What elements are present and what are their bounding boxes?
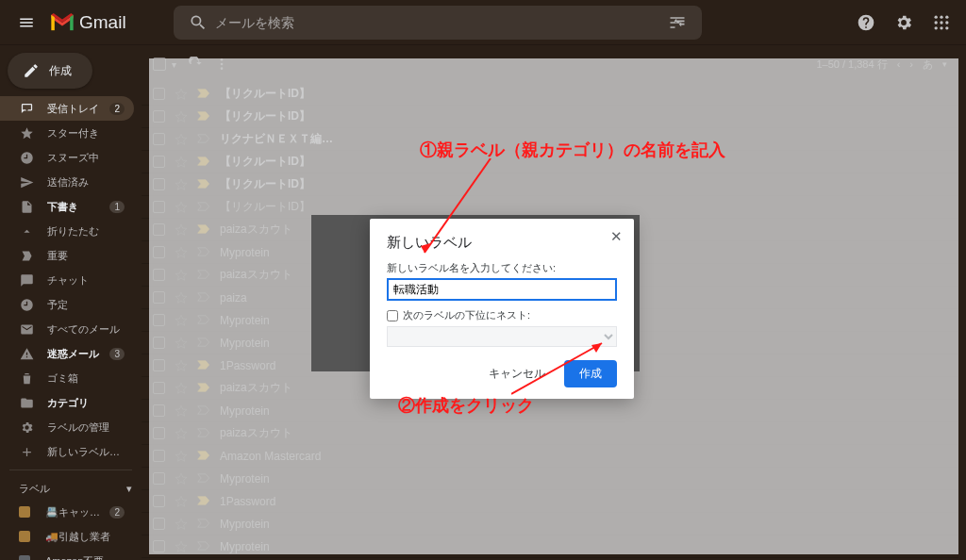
sidebar-item-label: 下書き (47, 200, 109, 214)
settings-button[interactable] (887, 6, 921, 40)
sidebar: 作成 受信トレイ2スター付きスヌーズ中送信済み下書き1折りたたむ重要チャット予定… (0, 45, 142, 560)
dialog-title: 新しいラベル (387, 234, 617, 252)
pencil-icon (23, 62, 40, 79)
help-icon (857, 13, 875, 32)
schedule-icon (19, 297, 34, 312)
snooze-icon (19, 150, 34, 165)
svg-point-3 (935, 21, 938, 24)
svg-point-4 (940, 21, 942, 24)
parent-label-select (387, 326, 617, 347)
sidebar-item-chat[interactable]: チャット (0, 268, 134, 292)
allmail-icon (19, 321, 34, 337)
search-bar[interactable] (174, 6, 702, 40)
inbox-icon (19, 101, 34, 116)
hamburger-menu-button[interactable] (8, 4, 45, 41)
create-button[interactable]: 作成 (564, 360, 617, 387)
sidebar-item-label: チャット (47, 273, 125, 288)
label-color-icon (19, 506, 30, 518)
labels-section-header[interactable]: ラベル ▾ (0, 476, 142, 500)
cancel-button[interactable]: キャンセル (479, 360, 555, 387)
sidebar-item-label: 新しいラベルを作成 (47, 445, 125, 459)
sidebar-item-label: カテゴリ (47, 396, 125, 410)
chevron-down-icon: ▾ (126, 483, 132, 495)
sidebar-item-important[interactable]: 重要 (0, 243, 134, 268)
apps-button[interactable] (924, 6, 958, 40)
sidebar-item-draft[interactable]: 下書き1 (0, 194, 134, 219)
sidebar-item-spam[interactable]: 迷惑メール3 (0, 341, 134, 366)
label-color-icon (19, 555, 30, 560)
sidebar-item-create[interactable]: 新しいラベルを作成 (0, 439, 134, 464)
search-input[interactable] (215, 15, 660, 30)
sidebar-label[interactable]: 📇キャッシュカード...2 (0, 500, 134, 524)
sidebar-item-schedule[interactable]: 予定 (0, 292, 134, 317)
sidebar-item-label: ラベルの管理 (47, 420, 125, 435)
sidebar-item-label: 折りたたむ (47, 224, 125, 239)
hamburger-icon (18, 14, 35, 31)
sidebar-item-label: ゴミ箱 (47, 371, 125, 386)
svg-point-6 (935, 26, 938, 29)
collapse-icon (19, 223, 34, 239)
label-name-input[interactable] (387, 278, 617, 301)
sidebar-item-label: スター付き (47, 126, 125, 140)
create-icon (19, 444, 34, 459)
sidebar-item-label: スヌーズ中 (47, 151, 125, 165)
sidebar-item-count: 1 (109, 201, 125, 213)
sidebar-item-label: 受信トレイ (47, 102, 109, 116)
sidebar-label-count: 2 (109, 506, 125, 519)
spam-icon (19, 346, 34, 361)
sidebar-item-label: 重要 (47, 249, 125, 263)
nest-label: 次のラベルの下位にネスト: (403, 308, 530, 322)
header-actions (849, 6, 958, 40)
sidebar-label-text: 🚚引越し業者 (45, 530, 125, 544)
dialog-prompt: 新しいラベル名を入力してください: (387, 261, 617, 275)
sidebar-item-inbox[interactable]: 受信トレイ2 (0, 96, 134, 121)
dialog-close-button[interactable]: ✕ (610, 228, 623, 245)
sidebar-item-manage[interactable]: ラベルの管理 (0, 415, 134, 439)
sidebar-item-collapse[interactable]: 折りたたむ (0, 219, 134, 243)
gear-icon (894, 13, 913, 32)
sidebar-divider (9, 469, 132, 470)
sidebar-item-star[interactable]: スター付き (0, 121, 134, 145)
new-label-dialog: ✕ 新しいラベル 新しいラベル名を入力してください: 次のラベルの下位にネスト:… (370, 219, 634, 399)
sidebar-item-allmail[interactable]: すべてのメール (0, 317, 134, 341)
gmail-logo[interactable]: Gmail (49, 12, 126, 33)
sidebar-label-text: Amazon不要 (45, 554, 125, 561)
category-icon (19, 395, 34, 410)
app-header: Gmail (0, 0, 966, 45)
sidebar-item-label: 送信済み (47, 175, 125, 189)
sidebar-item-trash[interactable]: ゴミ箱 (0, 366, 134, 390)
svg-point-8 (945, 26, 948, 29)
sidebar-item-label: 迷惑メール (47, 347, 109, 361)
svg-point-0 (935, 15, 938, 18)
svg-point-1 (940, 15, 942, 18)
nest-checkbox-row[interactable]: 次のラベルの下位にネスト: (387, 308, 617, 322)
sidebar-item-snooze[interactable]: スヌーズ中 (0, 145, 134, 170)
label-color-icon (19, 531, 30, 542)
chat-icon (19, 272, 34, 288)
svg-point-7 (940, 26, 942, 29)
sidebar-item-label: すべてのメール (47, 322, 125, 337)
manage-icon (19, 420, 34, 435)
tune-icon[interactable] (668, 13, 687, 32)
send-icon (19, 174, 34, 189)
sidebar-label-text: 📇キャッシュカード... (45, 505, 109, 519)
compose-button[interactable]: 作成 (8, 53, 92, 89)
nest-checkbox[interactable] (387, 310, 398, 321)
sidebar-item-send[interactable]: 送信済み (0, 170, 134, 194)
apps-grid-icon (932, 13, 951, 32)
sidebar-label[interactable]: 🚚引越し業者 (0, 524, 134, 549)
compose-label: 作成 (49, 63, 72, 79)
search-icon (189, 13, 208, 32)
star-icon (19, 125, 34, 140)
important-icon (19, 248, 34, 263)
labels-section-title: ラベル (19, 482, 50, 496)
sidebar-item-label: 予定 (47, 298, 125, 312)
sidebar-item-category[interactable]: カテゴリ (0, 390, 134, 415)
help-button[interactable] (849, 6, 883, 40)
sidebar-label[interactable]: Amazon不要 (0, 549, 134, 560)
draft-icon (19, 199, 34, 214)
gmail-logo-text: Gmail (79, 12, 126, 33)
svg-point-2 (945, 15, 948, 18)
sidebar-item-count: 2 (109, 103, 125, 115)
trash-icon (19, 371, 34, 386)
